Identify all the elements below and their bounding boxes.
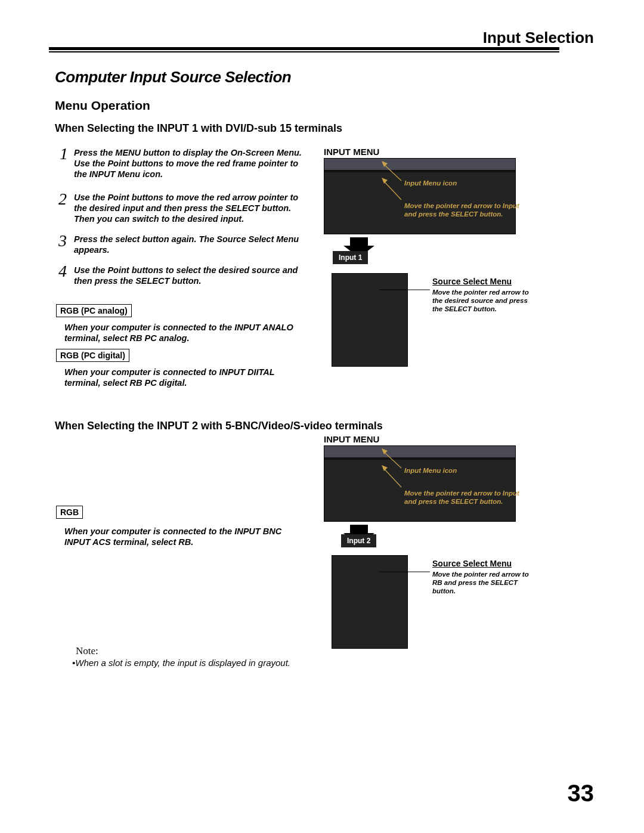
subheading-input1: When Selecting the INPUT 1 with DVI/D-su… bbox=[55, 122, 342, 135]
page-number: 33 bbox=[568, 780, 595, 807]
label-rgb-pc-digital: RGB (PC digital) bbox=[56, 349, 129, 362]
step-number: 1 bbox=[60, 144, 68, 163]
heading-menu-operation: Menu Operation bbox=[55, 98, 150, 113]
step-text: Press the select button again. The Sourc… bbox=[74, 234, 309, 255]
svg-line-2 bbox=[383, 181, 401, 200]
callout-lines bbox=[324, 158, 527, 241]
callout-text-move-pointer: Move the pointer red arrow to Input and … bbox=[404, 202, 524, 218]
svg-line-5 bbox=[383, 451, 401, 468]
step-text: Use the Point buttons to select the desi… bbox=[74, 265, 309, 286]
page-section-title: Computer Input Source Selection bbox=[55, 68, 291, 86]
svg-marker-1 bbox=[382, 161, 388, 167]
svg-marker-8 bbox=[382, 465, 388, 471]
callout-text-move-pointer: Move the pointer red arrow to Input and … bbox=[404, 489, 524, 506]
chip-input1: Input 1 bbox=[333, 251, 368, 264]
note-heading: Note: bbox=[76, 645, 98, 657]
header-rule-thin bbox=[49, 51, 559, 52]
desc-rgb-pc-analog: When your computer is connected to the I… bbox=[64, 322, 300, 343]
desc-rgb-pc-digital: When your computer is connected to INPUT… bbox=[64, 367, 300, 388]
step-text: Use the Point buttons to move the red ar… bbox=[74, 192, 309, 224]
callout-text-source-select: Move the pointer red arrow to the desire… bbox=[432, 288, 534, 313]
step-number: 4 bbox=[58, 262, 67, 281]
step-number: 3 bbox=[58, 231, 67, 250]
svg-line-0 bbox=[383, 164, 401, 181]
label-input-menu: INPUT MENU bbox=[324, 147, 379, 157]
svg-line-7 bbox=[383, 468, 401, 487]
subheading-input2: When Selecting the INPUT 2 with 5-BNC/Vi… bbox=[55, 420, 383, 432]
label-rgb-pc-analog: RGB (PC analog) bbox=[56, 304, 132, 317]
callout-text-input-menu-icon: Input Menu icon bbox=[404, 179, 518, 187]
header-rule-thick bbox=[49, 47, 559, 50]
header-section-title: Input Selection bbox=[483, 29, 594, 47]
step-number: 2 bbox=[58, 190, 67, 209]
chip-input2: Input 2 bbox=[341, 534, 376, 547]
callout-text-input-menu-icon: Input Menu icon bbox=[404, 466, 518, 475]
svg-marker-6 bbox=[382, 448, 388, 454]
desc-rgb: When your computer is connected to the I… bbox=[64, 526, 300, 547]
note-text: •When a slot is empty, the input is disp… bbox=[72, 658, 290, 668]
callout-text-source-select: Move the pointer red arrow to RB and pre… bbox=[432, 570, 534, 595]
step-text: Press the MENU button to display the On-… bbox=[74, 147, 309, 179]
label-rgb: RGB bbox=[56, 506, 83, 519]
label-input-menu: INPUT MENU bbox=[324, 434, 379, 444]
callout-lines bbox=[324, 445, 527, 529]
svg-marker-3 bbox=[382, 178, 388, 184]
